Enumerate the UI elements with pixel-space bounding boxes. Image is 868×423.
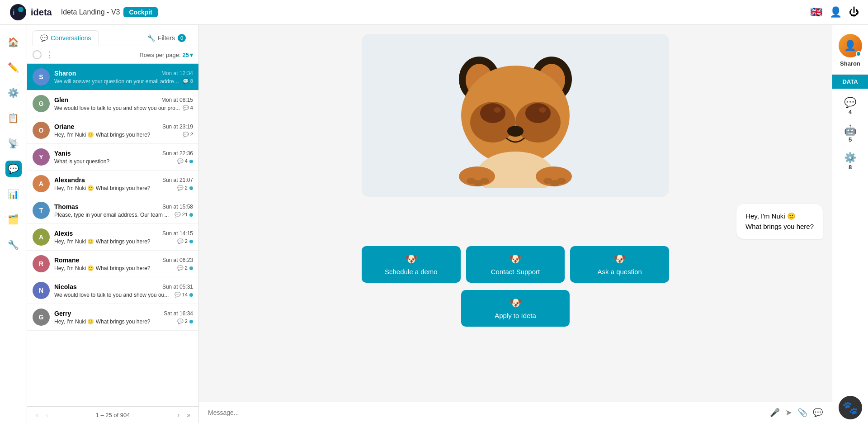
sidebar-item-broadcast[interactable]: 📡 <box>5 135 22 152</box>
user-profile: 👤 Sharon <box>832 29 868 75</box>
ask-question-button[interactable]: 🐶 Ask a question <box>570 246 669 283</box>
schedule-demo-button[interactable]: 🐶 Schedule a demo <box>362 246 461 283</box>
svg-point-12 <box>494 107 501 113</box>
sidebar-item-chat[interactable]: 💬 <box>5 161 22 177</box>
list-item[interactable]: Y Yanis Sun at 22:36 What is your questi… <box>27 144 198 171</box>
apply-ideta-button[interactable]: 🐶 Apply to Ideta <box>461 290 570 327</box>
list-item[interactable]: G Gerry Sat at 16:34 Hey, I'm Nuki 🙂 Wha… <box>27 304 198 331</box>
more-options-icon[interactable]: ⋮ <box>45 50 53 60</box>
conversations-tab-icon: 💬 <box>40 34 48 42</box>
action-buttons: 🐶 Schedule a demo 🐶 Contact Support 🐶 As… <box>362 246 669 283</box>
list-item[interactable]: A Alexandra Sun at 21:07 Hey, I'm Nuki 🙂… <box>27 171 198 197</box>
conv-count: 💬 4 <box>177 158 188 164</box>
unread-dot <box>189 293 193 297</box>
conv-time: Sun at 14:15 <box>162 230 193 237</box>
avatar: S <box>33 68 50 86</box>
first-page-button[interactable]: « <box>33 410 42 419</box>
conv-preview: Hey, I'm Nuki 🙂 What brings you here? <box>54 318 175 325</box>
conv-preview: Hey, I'm Nuki 🙂 What brings you here? <box>54 132 181 138</box>
list-item[interactable]: N Nicolas Sun at 05:31 We would love to … <box>27 277 198 304</box>
conv-pagination: « ‹ 1 – 25 of 904 › » <box>27 406 198 423</box>
rows-select[interactable]: 25 ▾ <box>183 52 193 58</box>
filter-icon: 🔧 <box>147 34 155 42</box>
list-item[interactable]: A Alexis Sun at 14:15 Hey, I'm Nuki 🙂 Wh… <box>27 224 198 251</box>
unread-dot <box>189 186 193 190</box>
svg-point-10 <box>480 103 505 123</box>
microphone-icon[interactable]: 🎤 <box>770 408 780 418</box>
conv-name: Thomas <box>54 203 79 210</box>
conv-preview: Hey, I'm Nuki 🙂 What brings you here? <box>54 238 175 245</box>
svg-point-23 <box>557 178 566 184</box>
unread-dot <box>189 213 193 217</box>
next-page-button[interactable]: › <box>175 410 183 419</box>
conv-time: Mon at 08:15 <box>161 97 193 103</box>
conv-preview: Please, type in your email address. Our … <box>54 212 173 218</box>
conv-info: Yanis Sun at 22:36 What is your question… <box>54 150 193 165</box>
avatar: Y <box>33 148 50 166</box>
tab-conversations[interactable]: 💬 Conversations <box>33 30 99 46</box>
stat-conversations[interactable]: 💬 4 <box>832 92 868 120</box>
conv-toolbar: ⋮ Rows per page: 25 ▾ <box>27 46 198 64</box>
avatar: G <box>33 95 50 112</box>
conv-info: Alexandra Sun at 21:07 Hey, I'm Nuki 🙂 W… <box>54 176 193 191</box>
avatar: R <box>33 255 50 272</box>
conv-name: Romane <box>54 257 79 264</box>
conv-name: Nicolas <box>54 283 77 290</box>
list-item[interactable]: T Thomas Sun at 15:58 Please, type in yo… <box>27 197 198 224</box>
list-item[interactable]: G Glen Mon at 08:15 We would love to tal… <box>27 90 198 117</box>
sidebar-item-list[interactable]: 📋 <box>5 110 22 126</box>
filter-label: Filters <box>158 34 175 42</box>
unread-dot <box>189 320 193 323</box>
stat-config-count: 8 <box>849 164 852 171</box>
data-tab[interactable]: DATA <box>832 75 868 89</box>
attachment-icon[interactable]: 📎 <box>797 408 807 418</box>
sidebar-item-settings[interactable]: ⚙️ <box>5 85 22 101</box>
contact-support-label: Contact Support <box>491 268 540 276</box>
conversation-list: S Sharon Mon at 12:34 We will answer you… <box>27 64 198 406</box>
list-item[interactable]: S Sharon Mon at 12:34 We will answer you… <box>27 64 198 90</box>
avatar: N <box>33 282 50 299</box>
conv-info: Alexis Sun at 14:15 Hey, I'm Nuki 🙂 What… <box>54 230 193 245</box>
list-item[interactable]: R Romane Sun at 06:23 Hey, I'm Nuki 🙂 Wh… <box>27 251 198 277</box>
last-page-button[interactable]: » <box>184 410 193 419</box>
ask-question-icon: 🐶 <box>613 253 626 265</box>
stat-bots[interactable]: 🤖 5 <box>832 120 868 147</box>
conv-meta: 💬 4 <box>183 105 193 111</box>
stat-config[interactable]: ⚙️ 8 <box>832 147 868 175</box>
chat-input-actions: 🎤 ➤ 📎 💬 <box>770 408 823 418</box>
list-item[interactable]: O Oriane Sun at 23:19 Hey, I'm Nuki 🙂 Wh… <box>27 117 198 144</box>
conv-meta: 💬 8 <box>183 78 193 84</box>
sidebar-item-home[interactable]: 🏠 <box>5 34 22 50</box>
cockpit-badge[interactable]: Cockpit <box>123 7 157 17</box>
conv-count: 💬 14 <box>175 292 188 298</box>
conv-info: Gerry Sat at 16:34 Hey, I'm Nuki 🙂 What … <box>54 310 193 325</box>
logo: i ideta <box>9 3 52 21</box>
chat-input-bar: 🎤 ➤ 📎 💬 <box>199 402 832 423</box>
select-all-checkbox[interactable] <box>33 50 42 59</box>
greeting-bubble: Hey, I'm Nuki 🙂 What brings you here? <box>736 204 823 239</box>
power-icon[interactable]: ⏻ <box>849 6 859 18</box>
user-icon[interactable]: 👤 <box>830 6 842 18</box>
notes-icon[interactable]: 💬 <box>813 408 823 418</box>
action-buttons-row2: 🐶 Apply to Ideta <box>362 290 669 327</box>
send-icon[interactable]: ➤ <box>785 408 792 418</box>
schedule-demo-icon: 🐶 <box>405 253 417 265</box>
sidebar-item-config[interactable]: 🔧 <box>5 237 22 253</box>
contact-support-button[interactable]: 🐶 Contact Support <box>466 246 565 283</box>
conv-preview: Hey, I'm Nuki 🙂 What brings you here? <box>54 265 175 271</box>
bot-mascot-svg <box>448 43 583 188</box>
language-icon[interactable]: 🇬🇧 <box>810 6 822 18</box>
user-avatar[interactable]: 👤 <box>839 34 862 57</box>
chat-message-input[interactable] <box>208 409 764 416</box>
sidebar-item-analytics[interactable]: 📊 <box>5 186 22 202</box>
conv-preview: We would love to talk to you and show yo… <box>54 292 173 298</box>
conv-count: 💬 2 <box>177 318 188 324</box>
filter-count-badge: 0 <box>178 34 186 42</box>
sidebar-item-edit[interactable]: ✏️ <box>5 59 22 76</box>
conv-info: Sharon Mon at 12:34 We will answer your … <box>54 70 193 85</box>
conv-count: 💬 8 <box>183 78 193 84</box>
pagination-nav: « ‹ <box>33 410 51 419</box>
sidebar-item-stack[interactable]: 🗂️ <box>5 211 22 228</box>
prev-page-button[interactable]: ‹ <box>43 410 51 419</box>
tab-filters[interactable]: 🔧 Filters 0 <box>140 30 193 46</box>
